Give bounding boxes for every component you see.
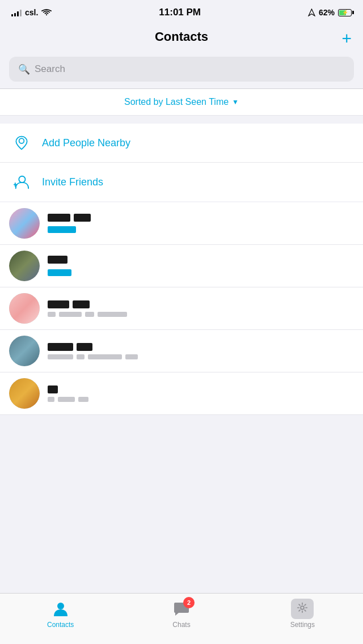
contact-name — [48, 385, 354, 393]
contact-name — [48, 300, 354, 308]
nav-settings-label: Settings — [290, 621, 315, 629]
dot-block — [98, 312, 127, 317]
nav-contacts[interactable]: Contacts — [0, 599, 121, 629]
battery-icon: ⚡ — [338, 9, 352, 16]
status-dots — [48, 312, 354, 317]
name-block — [48, 343, 73, 351]
sort-label: Sorted by Last Seen Time ▼ — [124, 97, 239, 107]
svg-point-5 — [301, 606, 304, 609]
wifi-icon — [41, 9, 52, 16]
name-block — [48, 256, 67, 264]
search-container: 🔍 Search — [0, 52, 363, 88]
contact-name — [48, 256, 354, 264]
contact-name — [48, 343, 354, 351]
gear-icon — [293, 599, 312, 618]
sort-row[interactable]: Sorted by Last Seen Time ▼ — [0, 89, 363, 116]
add-person-icon — [11, 172, 32, 192]
actions-section: Add People Nearby Invite Friends — [0, 124, 363, 201]
status-left: csl. — [11, 8, 52, 17]
status-bar: csl. 11:01 PM 62% ⚡ — [0, 0, 363, 25]
contact-row[interactable] — [0, 372, 363, 415]
dot-block — [48, 354, 73, 359]
dot-block — [78, 397, 88, 402]
status-line — [48, 226, 76, 233]
contact-row[interactable] — [0, 330, 363, 372]
chat-badge: 2 — [183, 597, 195, 608]
invite-friends-row[interactable]: Invite Friends — [0, 162, 363, 201]
dot-block — [48, 397, 54, 402]
status-time: 11:01 PM — [159, 7, 201, 18]
name-block — [77, 343, 92, 351]
bottom-nav: Contacts 2 Chats Settings — [0, 593, 363, 644]
name-block — [73, 300, 90, 308]
dot-block — [59, 312, 82, 317]
page-header: Contacts + — [0, 25, 363, 52]
add-contact-button[interactable]: + — [341, 30, 352, 47]
location-arrow-icon — [308, 9, 315, 16]
location-icon — [11, 133, 32, 153]
invite-friends-label: Invite Friends — [42, 176, 103, 188]
contact-info — [48, 300, 354, 317]
svg-point-1 — [19, 176, 25, 183]
dot-block — [77, 354, 85, 359]
contact-info — [48, 214, 354, 233]
contact-info — [48, 385, 354, 402]
battery-percent: 62% — [319, 8, 335, 17]
name-block — [48, 214, 70, 222]
svg-point-0 — [19, 138, 24, 143]
status-right: 62% ⚡ — [308, 8, 352, 17]
search-bar[interactable]: 🔍 Search — [9, 57, 354, 82]
search-placeholder: Search — [35, 63, 65, 75]
nav-settings[interactable]: Settings — [242, 599, 363, 629]
avatar — [9, 293, 40, 324]
status-dots — [48, 397, 354, 402]
add-nearby-label: Add People Nearby — [42, 137, 130, 149]
name-block — [48, 385, 58, 393]
contact-info — [48, 256, 354, 276]
dot-block — [125, 354, 138, 359]
name-block — [74, 214, 91, 222]
carrier-label: csl. — [25, 8, 38, 17]
nav-chats-label: Chats — [172, 621, 190, 629]
avatar — [9, 336, 40, 366]
avatar — [9, 378, 40, 409]
name-block — [48, 300, 69, 308]
contact-row[interactable] — [0, 287, 363, 330]
person-icon — [51, 599, 70, 618]
dot-block — [58, 397, 75, 402]
status-dots — [48, 354, 354, 359]
dot-block — [88, 354, 122, 359]
page-title: Contacts — [155, 29, 208, 44]
dot-block — [85, 312, 94, 317]
nav-contacts-label: Contacts — [47, 621, 74, 629]
contact-name — [48, 214, 354, 222]
dot-block — [48, 312, 56, 317]
contacts-list — [0, 202, 363, 415]
contact-info — [48, 343, 354, 359]
chat-icon: 2 — [172, 599, 191, 618]
nav-chats[interactable]: 2 Chats — [121, 599, 242, 629]
sort-arrow-icon: ▼ — [232, 98, 239, 106]
signal-icon — [11, 9, 22, 16]
status-line — [48, 269, 71, 276]
contact-row[interactable] — [0, 202, 363, 245]
avatar — [9, 208, 40, 239]
contact-row[interactable] — [0, 245, 363, 287]
add-nearby-row[interactable]: Add People Nearby — [0, 124, 363, 162]
svg-point-4 — [57, 603, 64, 609]
search-icon: 🔍 — [18, 63, 30, 75]
avatar — [9, 251, 40, 281]
